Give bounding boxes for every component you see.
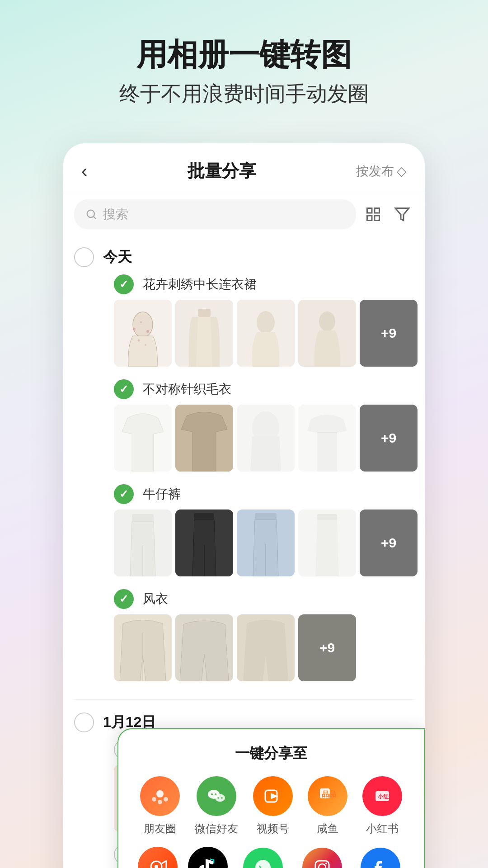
album-2-checkbox[interactable]	[114, 379, 134, 399]
search-input-wrap[interactable]: 搜索	[74, 199, 356, 229]
svg-rect-33	[317, 514, 337, 520]
weixin-svg	[205, 784, 228, 808]
search-icon	[85, 208, 98, 221]
album-3-checkbox[interactable]	[114, 484, 134, 504]
weixin-label: 微信好友	[195, 821, 238, 836]
thumb-item	[298, 509, 356, 576]
chevron-down-icon: ◇	[397, 164, 407, 179]
sort-label: 按发布	[356, 163, 394, 180]
pants-3-svg	[237, 509, 295, 576]
grid-view-button[interactable]	[361, 203, 385, 226]
album-1-checkbox[interactable]	[114, 274, 134, 294]
svg-point-11	[146, 330, 149, 333]
svg-point-13	[145, 344, 146, 346]
thumb-item	[114, 509, 172, 576]
instagram-icon	[302, 848, 342, 868]
search-placeholder: 搜索	[103, 206, 128, 223]
pants-2-svg	[175, 509, 233, 576]
shipinhao-svg	[262, 785, 284, 807]
trench-2-svg	[175, 614, 233, 681]
thumb-item	[175, 614, 233, 681]
jan12-checkbox[interactable]	[74, 712, 94, 732]
album-4-name: 风衣	[143, 590, 168, 608]
album-title-row-4: 风衣	[114, 589, 403, 609]
shipinhao-icon	[253, 776, 293, 816]
svg-point-53	[217, 797, 219, 799]
share-instagram[interactable]: Instagram	[298, 848, 347, 868]
page-header: 用相册一键转图 终于不用浪费时间手动发圈	[0, 0, 488, 125]
sort-button[interactable]: 按发布 ◇	[356, 163, 407, 180]
album-2-name: 不对称针织毛衣	[143, 381, 231, 398]
svg-line-1	[94, 217, 96, 219]
album-4-checkbox[interactable]	[114, 589, 134, 609]
svg-rect-2	[367, 208, 372, 213]
thumb-item	[175, 509, 233, 576]
share-xiaohongshu[interactable]: 小红书 小红书	[362, 776, 402, 836]
share-facebook[interactable]: Facebook	[357, 848, 404, 868]
svg-marker-6	[395, 208, 409, 221]
share-popup: 一键分享至 朋友圈	[117, 728, 425, 868]
sweater-2-svg	[175, 405, 233, 472]
share-icons-row-1: 朋友圈 微信好友	[133, 776, 409, 836]
svg-rect-4	[367, 216, 372, 221]
share-pengyouquan[interactable]: 朋友圈	[140, 776, 180, 836]
share-whatsapp[interactable]: WhatsApp	[238, 848, 288, 868]
svg-rect-3	[375, 208, 380, 213]
today-section: 今天 花卉刺绣中长连衣裙	[63, 236, 425, 698]
svg-point-9	[133, 328, 136, 330]
today-checkbox[interactable]	[74, 247, 94, 267]
album-item-1: 花卉刺绣中长连衣裙	[74, 271, 414, 376]
xianyu-svg: 品品	[316, 785, 339, 807]
sub-title: 终于不用浪费时间手动发圈	[27, 80, 461, 108]
svg-rect-29	[194, 513, 214, 519]
album-1-images: +9	[114, 300, 403, 367]
back-button[interactable]: ‹	[81, 161, 87, 181]
share-icons-row-2: 快手 抖音 What	[133, 847, 409, 868]
share-xianyu[interactable]: 品品 咸鱼	[308, 776, 347, 836]
facebook-icon	[361, 848, 400, 868]
thumb-more-count-2: +9	[381, 430, 396, 446]
trench-3-svg	[237, 614, 295, 681]
trench-1-svg	[114, 614, 172, 681]
dress-2-svg	[175, 300, 233, 367]
thumb-item	[298, 405, 356, 472]
svg-text:品品: 品品	[322, 790, 336, 798]
svg-point-47	[164, 797, 168, 802]
shipinhao-label: 视频号	[257, 821, 289, 836]
thumb-more-1: +9	[360, 300, 418, 367]
album-item-2: 不对称针织毛衣	[74, 376, 414, 481]
svg-point-64	[319, 864, 326, 868]
main-title: 用相册一键转图	[27, 36, 461, 73]
whatsapp-icon	[243, 848, 283, 868]
sweater-4-svg	[298, 405, 356, 472]
filter-icon	[394, 206, 410, 222]
pants-4-svg	[298, 509, 356, 576]
svg-text:小红书: 小红书	[377, 793, 394, 800]
album-1-name: 花卉刺绣中长连衣裙	[143, 276, 257, 293]
section-divider	[74, 699, 414, 700]
svg-point-50	[211, 793, 213, 795]
svg-rect-15	[198, 309, 211, 317]
dress-1-svg	[114, 300, 172, 367]
share-weixin[interactable]: 微信好友	[195, 776, 238, 836]
svg-point-52	[215, 794, 225, 802]
pants-1-svg	[114, 509, 172, 576]
filter-button[interactable]	[390, 203, 414, 226]
svg-rect-5	[375, 216, 380, 221]
app-title: 批量分享	[188, 160, 256, 183]
xiaohongshu-icon: 小红书	[362, 776, 402, 816]
share-douyin[interactable]: 抖音	[188, 847, 228, 868]
xiaohongshu-svg: 小红书	[371, 785, 394, 807]
svg-point-0	[87, 210, 94, 217]
thumb-more-count-1: +9	[381, 326, 396, 341]
thumb-item	[237, 405, 295, 472]
share-popup-title: 一键分享至	[133, 744, 409, 764]
share-kuaishou[interactable]: 快手	[138, 847, 178, 868]
thumb-item	[237, 614, 295, 681]
pengyouquan-label: 朋友圈	[144, 821, 176, 836]
douyin-icon	[188, 847, 228, 868]
album-3-name: 牛仔裤	[143, 486, 181, 503]
douyin-svg	[197, 855, 219, 868]
sweater-3-svg	[237, 405, 295, 472]
share-shipinhao[interactable]: 视频号	[253, 776, 293, 836]
